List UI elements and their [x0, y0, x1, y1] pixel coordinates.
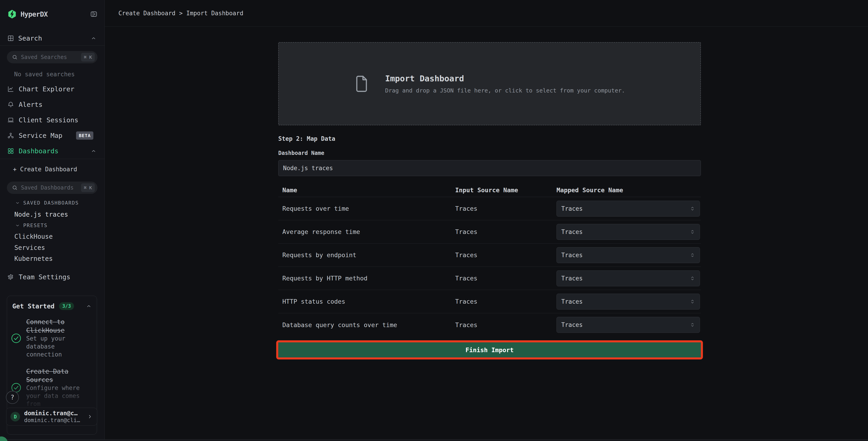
select-value: Traces: [561, 252, 583, 259]
dashboards-grid-icon: [7, 148, 14, 154]
table-row: Requests over time Traces Traces: [278, 197, 701, 220]
select-value: Traces: [561, 298, 583, 305]
mapped-source-select[interactable]: Traces: [557, 294, 700, 310]
sidebar-collapse-icon[interactable]: [90, 10, 97, 18]
get-started-header[interactable]: Get Started 3/3: [7, 296, 97, 310]
chevron-up-icon: [91, 35, 97, 41]
column-header-input-source: Input Source Name: [455, 186, 557, 194]
kbd-shortcut-badge: ⌘ K: [81, 183, 95, 192]
get-started-item-texts: Create Data Sources Configure where your…: [26, 367, 81, 408]
table-row: Average response time Traces Traces: [278, 220, 701, 243]
get-started-items: Connect to ClickHouse Set up your databa…: [7, 310, 97, 408]
get-started-item-desc: Configure where your data comes from: [26, 384, 81, 408]
mapped-source-select[interactable]: Traces: [557, 201, 700, 217]
chart-explorer-icon: [7, 86, 14, 92]
select-value: Traces: [561, 229, 583, 235]
row-name: Requests by endpoint: [282, 252, 455, 259]
chevron-up-icon: [86, 303, 92, 309]
user-texts: dominic.tran@c… dominic.tran@cli…: [24, 410, 80, 423]
unfold-chevrons-icon: [689, 252, 695, 258]
get-started-item-create-data-sources[interactable]: Create Data Sources Configure where your…: [11, 367, 93, 408]
row-input-source: Traces: [455, 275, 557, 282]
group-saved-dashboards[interactable]: SAVED DASHBOARDS: [15, 200, 79, 206]
table-row: HTTP status codes Traces Traces: [278, 290, 701, 313]
chevron-right-icon: [87, 414, 93, 419]
dashboard-item-nodejs-traces[interactable]: Node.js traces: [14, 211, 68, 218]
sidebar-item-team-settings[interactable]: Team Settings: [0, 269, 104, 285]
mapped-source-select[interactable]: Traces: [557, 317, 700, 333]
group-label: PRESETS: [23, 223, 48, 228]
breadcrumb-create-dashboard[interactable]: Create Dashboard: [118, 10, 175, 17]
get-started-item-title: Connect to ClickHouse: [26, 318, 81, 334]
user-name: dominic.tran@c…: [24, 410, 80, 417]
preset-item-services[interactable]: Services: [14, 244, 45, 252]
column-header-mapped-source: Mapped Source Name: [557, 186, 701, 194]
search-section-icon: [7, 35, 14, 42]
create-dashboard-button[interactable]: + Create Dashboard: [13, 166, 77, 173]
beta-badge: BETA: [76, 131, 93, 140]
row-input-source: Traces: [455, 252, 557, 259]
dropzone-subtitle: Drag and drop a JSON file here, or click…: [385, 87, 625, 94]
get-started-progress-badge: 3/3: [59, 302, 74, 310]
chevron-down-icon: [15, 201, 20, 205]
help-button[interactable]: ?: [6, 391, 19, 404]
get-started-item-texts: Connect to ClickHouse Set up your databa…: [26, 318, 81, 358]
row-input-source: Traces: [455, 298, 557, 305]
nav-label: Alerts: [19, 101, 42, 109]
row-name: Average response time: [282, 228, 455, 235]
saved-dashboards-searchbox[interactable]: ⌘ K: [7, 181, 97, 194]
select-value: Traces: [561, 275, 583, 282]
sidebar-item-chart-explorer[interactable]: Chart Explorer: [0, 81, 104, 97]
search-section-label: Search: [18, 34, 42, 42]
select-value: Traces: [561, 321, 583, 328]
sidebar-item-service-map[interactable]: Service Map BETA: [0, 128, 104, 143]
finish-import-button[interactable]: Finish Import: [278, 342, 701, 357]
sidebar-item-search[interactable]: Search: [0, 33, 104, 43]
get-started-item-desc: Set up your database connection: [26, 334, 81, 358]
sidebar-item-client-sessions[interactable]: Client Sessions: [0, 112, 104, 128]
group-label: SAVED DASHBOARDS: [23, 200, 79, 206]
magnifier-icon: [12, 54, 18, 60]
kbd-shortcut-badge: ⌘ K: [81, 53, 95, 61]
table-row: Requests by HTTP method Traces Traces: [278, 267, 701, 290]
hyperdx-logo-icon: [7, 9, 17, 19]
saved-searches-input[interactable]: [21, 54, 78, 60]
get-started-title: Get Started: [12, 302, 55, 310]
mapped-source-select[interactable]: Traces: [557, 270, 700, 286]
unfold-chevrons-icon: [689, 229, 695, 235]
nav-label: Team Settings: [19, 273, 70, 281]
row-name: Requests over time: [282, 205, 455, 212]
unfold-chevrons-icon: [689, 298, 695, 305]
dashboard-name-input[interactable]: [278, 160, 701, 176]
sidebar-item-dashboards[interactable]: Dashboards: [0, 143, 104, 159]
preset-item-kubernetes[interactable]: Kubernetes: [14, 255, 53, 262]
get-started-item-connect-clickhouse[interactable]: Connect to ClickHouse Set up your databa…: [11, 318, 93, 358]
dashboard-name-label: Dashboard Name: [278, 150, 324, 156]
user-account-card[interactable]: D dominic.tran@c… dominic.tran@cli…: [6, 408, 97, 425]
unfold-chevrons-icon: [689, 205, 695, 212]
unfold-chevrons-icon: [689, 275, 695, 282]
row-input-source: Traces: [455, 321, 557, 328]
mapped-source-select[interactable]: Traces: [557, 247, 700, 263]
unfold-chevrons-icon: [689, 322, 695, 328]
app-title: HyperDX: [21, 10, 48, 18]
saved-searches-searchbox[interactable]: ⌘ K: [7, 51, 97, 63]
magnifier-icon: [12, 185, 18, 190]
mapped-source-select[interactable]: Traces: [557, 224, 700, 240]
sidebar-item-alerts[interactable]: Alerts: [0, 97, 104, 112]
breadcrumb-import-dashboard[interactable]: Import Dashboard: [186, 10, 243, 17]
window-bottom-edge: [0, 439, 868, 441]
saved-dashboards-input[interactable]: [21, 184, 78, 191]
preset-item-clickhouse[interactable]: ClickHouse: [14, 233, 53, 240]
table-row: Database query counts over time Traces T…: [278, 313, 701, 336]
row-input-source: Traces: [455, 205, 557, 212]
group-presets[interactable]: PRESETS: [15, 223, 48, 228]
logo-row: HyperDX: [0, 9, 104, 20]
nav-label: Chart Explorer: [19, 85, 74, 93]
import-dropzone[interactable]: Import Dashboard Drag and drop a JSON fi…: [278, 42, 701, 125]
select-value: Traces: [561, 205, 583, 212]
row-name: Database query counts over time: [282, 321, 455, 328]
chevron-up-icon: [91, 148, 97, 154]
chevron-down-icon: [15, 223, 20, 228]
no-saved-searches-note: No saved searches: [14, 71, 75, 78]
